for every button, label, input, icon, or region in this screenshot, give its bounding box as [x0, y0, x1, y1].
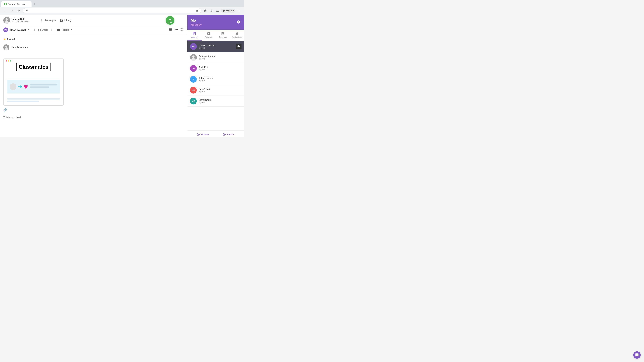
families-button[interactable]: Families	[223, 133, 235, 136]
extensions-button[interactable]	[203, 8, 208, 13]
dot-green	[10, 60, 11, 61]
incognito-label: Incognito	[226, 9, 234, 12]
student-posts-ms: 2 posts	[199, 101, 242, 104]
date-back-button[interactable]: ‹	[32, 27, 36, 32]
menu-button[interactable]	[236, 8, 242, 13]
date-forward-button[interactable]: ›	[50, 27, 54, 32]
tab-activities[interactable]: Activities	[202, 30, 216, 40]
student-info-ss: Sample Student 3 posts	[199, 55, 242, 60]
add-button[interactable]: + Add	[166, 16, 174, 25]
svg-point-11	[192, 55, 194, 58]
student-info-ms: Mordi Seem 2 posts	[199, 98, 242, 104]
class-journal-info: Class Journal 3 posts	[199, 44, 234, 49]
card-title-wrapper: Classmates	[7, 63, 60, 74]
dates-label[interactable]: Dates	[38, 28, 48, 31]
link-row: 🔗	[3, 108, 64, 112]
messages-label: Messages	[45, 19, 56, 22]
post-area: ★ Pinned Sample Student	[0, 34, 187, 137]
student-list-item[interactable]: KD Karen Dale 2 posts	[187, 85, 244, 96]
person-silhouette	[10, 83, 16, 90]
student-name-ss: Sample Student	[199, 55, 242, 58]
card-content: Classmates ➔ ♥	[3, 58, 64, 106]
bottom-lines	[7, 97, 60, 102]
families-label: Families	[227, 133, 235, 136]
post-card: Classmates ➔ ♥	[3, 58, 64, 112]
sidebar-button[interactable]	[215, 8, 220, 13]
student-name-ms: Mordi Seem	[199, 98, 242, 101]
student-info-kd: Karen Dale 2 posts	[199, 88, 242, 93]
svg-point-0	[4, 3, 6, 5]
tab-notifications[interactable]: Notifications	[230, 30, 244, 40]
class-selector[interactable]: Mo Class Journal ▼	[3, 27, 29, 32]
student-posts-ss: 3 posts	[199, 58, 242, 60]
student-name-kd: Karen Dale	[199, 88, 242, 90]
student-list-item[interactable]: MS Mordi Seem 2 posts	[187, 96, 244, 107]
user-avatar	[3, 17, 10, 24]
library-nav-item[interactable]: Library	[60, 18, 72, 22]
pinned-section: ★ Pinned Sample Student	[3, 37, 184, 52]
student-list-item[interactable]: JP Jack Pot 2 posts	[187, 63, 244, 74]
tab-activities-label: Activities	[205, 36, 212, 38]
sidebar-settings-button[interactable]	[237, 20, 241, 25]
folders-nav[interactable]: Folders ▼	[57, 28, 73, 31]
header-nav: Messages Library	[41, 18, 72, 22]
star-icon: ★	[3, 37, 6, 41]
svg-point-5	[6, 18, 8, 21]
card-dots	[4, 59, 64, 63]
active-tab[interactable]: Journal - Seesaw ✕	[1, 1, 32, 7]
card-illustration: ➔ ♥	[7, 76, 60, 97]
nav-bar: ← → ↻ app.seesaw.me/#/class/class.e01bf4…	[0, 7, 244, 15]
filter-button[interactable]	[169, 28, 172, 32]
class-journal-list-item[interactable]: Mo Class Journal 3 posts	[187, 41, 244, 52]
tab-favicon	[4, 3, 7, 5]
close-tab-button[interactable]: ✕	[26, 3, 29, 5]
sidebar-moodjoy: Moodjoy	[191, 23, 202, 26]
grid-view-button[interactable]	[180, 28, 184, 32]
incognito-badge: Incognito	[221, 9, 236, 12]
students-label: Students	[201, 133, 209, 136]
header-actions	[169, 28, 184, 32]
user-name: Lauren Deli	[12, 18, 30, 20]
card-lines	[30, 84, 57, 89]
students-button[interactable]: Students	[197, 133, 209, 136]
user-details: Lauren Deli Teacher - 2 Classes	[12, 18, 30, 23]
refresh-button[interactable]: ↻	[16, 8, 22, 13]
tab-journal[interactable]: Journal	[187, 30, 202, 40]
messages-nav-item[interactable]: Messages	[41, 18, 56, 22]
right-sidebar: Mo Moodjoy Journal Activities Progress	[187, 15, 244, 137]
app-layout: Lauren Deli Teacher - 2 Classes Messages…	[0, 15, 244, 137]
nav-actions: Incognito	[203, 8, 242, 13]
svg-point-2	[239, 10, 239, 11]
student-info-jp: Jack Pot 2 posts	[199, 66, 242, 71]
tab-progress[interactable]: Progress	[216, 30, 230, 40]
forward-button[interactable]: →	[10, 8, 15, 13]
url-input[interactable]: app.seesaw.me/#/class/class.e01bf4c2-9a2…	[29, 9, 194, 12]
user-info: Lauren Deli Teacher - 2 Classes	[3, 17, 37, 24]
student-name-jp: Jack Pot	[199, 66, 242, 68]
svg-point-8	[5, 45, 8, 48]
tab-notifications-label: Notifications	[232, 36, 242, 38]
sidebar-footer: Students Families	[187, 130, 244, 137]
svg-point-3	[239, 11, 239, 12]
new-tab-button[interactable]: +	[32, 2, 37, 6]
address-bar[interactable]: app.seesaw.me/#/class/class.e01bf4c2-9a2…	[23, 8, 202, 13]
list-view-button[interactable]	[174, 28, 178, 32]
card-title: Classmates	[16, 63, 51, 71]
student-name-jl: John Louises	[199, 77, 242, 79]
tab-journal-label: Journal	[191, 36, 198, 38]
student-list: Sample Student 3 posts JP Jack Pot 2 pos…	[187, 52, 244, 130]
download-button[interactable]	[209, 8, 214, 13]
svg-point-1	[239, 10, 239, 10]
student-list-item[interactable]: JL John Louises 2 posts	[187, 74, 244, 85]
back-button[interactable]: ←	[3, 8, 8, 13]
class-journal-avatar: Mo	[3, 27, 8, 32]
tab-title: Journal - Seesaw	[8, 3, 25, 5]
link-icon[interactable]: 🔗	[3, 108, 8, 111]
add-label: Add	[168, 22, 172, 23]
dot-yellow	[8, 60, 9, 61]
student-list-item[interactable]: Sample Student 3 posts	[187, 52, 244, 63]
date-nav: ‹ Dates ›	[32, 27, 54, 32]
student-avatar-jp: JP	[190, 65, 197, 72]
pinned-student-item[interactable]: Sample Student	[3, 43, 184, 52]
class-journal-list-avatar: Mo	[190, 43, 197, 50]
